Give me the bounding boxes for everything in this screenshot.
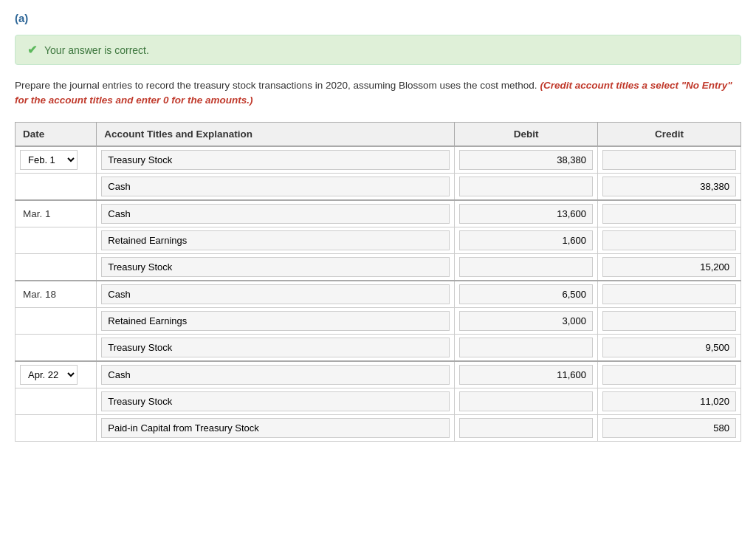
credit-input[interactable]	[602, 257, 736, 277]
credit-input[interactable]	[602, 204, 736, 224]
debit-cell[interactable]	[455, 281, 598, 308]
credit-input[interactable]	[602, 177, 736, 196]
date-cell	[16, 334, 97, 361]
debit-input[interactable]	[459, 391, 593, 411]
debit-cell[interactable]	[455, 146, 598, 174]
account-cell[interactable]	[97, 200, 455, 227]
debit-input[interactable]	[459, 311, 593, 331]
account-cell[interactable]	[97, 361, 455, 388]
credit-cell[interactable]	[598, 307, 741, 334]
date-cell[interactable]: Feb. 1	[16, 146, 97, 174]
table-row: Apr. 22	[16, 361, 741, 388]
date-cell	[16, 414, 97, 441]
table-row: Mar. 1	[16, 200, 741, 227]
date-label: Mar. 18	[20, 289, 56, 300]
account-input[interactable]	[101, 204, 450, 224]
part-label: (a)	[15, 12, 741, 24]
table-row	[16, 334, 741, 361]
credit-cell[interactable]	[598, 281, 741, 308]
account-cell[interactable]	[97, 414, 455, 441]
success-text: Your answer is correct.	[44, 44, 149, 56]
debit-cell[interactable]	[455, 334, 598, 361]
debit-input[interactable]	[459, 204, 593, 224]
date-cell: Mar. 18	[16, 281, 97, 308]
debit-cell[interactable]	[455, 227, 598, 253]
account-cell[interactable]	[97, 253, 455, 281]
header-credit: Credit	[598, 122, 741, 146]
credit-cell[interactable]	[598, 253, 741, 281]
journal-table: Date Account Titles and Explanation Debi…	[15, 122, 741, 442]
credit-cell[interactable]	[598, 414, 741, 441]
table-row	[16, 414, 741, 441]
account-input[interactable]	[101, 391, 450, 411]
debit-input[interactable]	[459, 338, 593, 357]
credit-input[interactable]	[602, 150, 736, 170]
account-cell[interactable]	[97, 307, 455, 334]
account-input[interactable]	[101, 418, 450, 438]
debit-cell[interactable]	[455, 200, 598, 227]
credit-cell[interactable]	[598, 334, 741, 361]
debit-input[interactable]	[459, 365, 593, 385]
account-input[interactable]	[101, 150, 450, 170]
debit-cell[interactable]	[455, 253, 598, 281]
date-select[interactable]: Feb. 1	[20, 150, 78, 170]
account-cell[interactable]	[97, 146, 455, 174]
date-cell	[16, 388, 97, 414]
account-input[interactable]	[101, 257, 450, 277]
date-select[interactable]: Apr. 22	[20, 365, 78, 385]
debit-input[interactable]	[459, 418, 593, 438]
debit-cell[interactable]	[455, 414, 598, 441]
table-row	[16, 307, 741, 334]
debit-input[interactable]	[459, 150, 593, 170]
date-cell	[16, 173, 97, 200]
success-banner: ✔ Your answer is correct.	[15, 35, 741, 65]
credit-input[interactable]	[602, 230, 736, 250]
debit-cell[interactable]	[455, 388, 598, 414]
table-row: Feb. 1	[16, 146, 741, 174]
credit-input[interactable]	[602, 284, 736, 304]
credit-cell[interactable]	[598, 388, 741, 414]
debit-cell[interactable]	[455, 173, 598, 200]
debit-cell[interactable]	[455, 307, 598, 334]
credit-input[interactable]	[602, 365, 736, 385]
account-input[interactable]	[101, 230, 450, 250]
date-cell	[16, 307, 97, 334]
account-cell[interactable]	[97, 227, 455, 253]
credit-cell[interactable]	[598, 361, 741, 388]
account-input[interactable]	[101, 311, 450, 331]
credit-cell[interactable]	[598, 146, 741, 174]
account-cell[interactable]	[97, 334, 455, 361]
page-container: (a) ✔ Your answer is correct. Prepare th…	[0, 0, 756, 548]
date-cell[interactable]: Apr. 22	[16, 361, 97, 388]
header-debit: Debit	[455, 122, 598, 146]
date-label: Mar. 1	[20, 208, 51, 219]
table-row	[16, 227, 741, 253]
debit-input[interactable]	[459, 257, 593, 277]
account-input[interactable]	[101, 177, 450, 196]
account-cell[interactable]	[97, 173, 455, 200]
header-date: Date	[16, 122, 97, 146]
credit-cell[interactable]	[598, 173, 741, 200]
credit-input[interactable]	[602, 338, 736, 357]
debit-input[interactable]	[459, 230, 593, 250]
table-row	[16, 388, 741, 414]
date-cell: Mar. 1	[16, 200, 97, 227]
account-input[interactable]	[101, 284, 450, 304]
credit-cell[interactable]	[598, 227, 741, 253]
credit-input[interactable]	[602, 418, 736, 438]
account-cell[interactable]	[97, 281, 455, 308]
debit-input[interactable]	[459, 177, 593, 196]
account-cell[interactable]	[97, 388, 455, 414]
date-cell	[16, 253, 97, 281]
table-row: Mar. 18	[16, 281, 741, 308]
debit-input[interactable]	[459, 284, 593, 304]
date-cell	[16, 227, 97, 253]
instructions-main: Prepare the journal entries to record th…	[15, 80, 537, 91]
credit-input[interactable]	[602, 311, 736, 331]
account-input[interactable]	[101, 365, 450, 385]
account-input[interactable]	[101, 338, 450, 357]
table-row	[16, 173, 741, 200]
debit-cell[interactable]	[455, 361, 598, 388]
credit-input[interactable]	[602, 391, 736, 411]
credit-cell[interactable]	[598, 200, 741, 227]
